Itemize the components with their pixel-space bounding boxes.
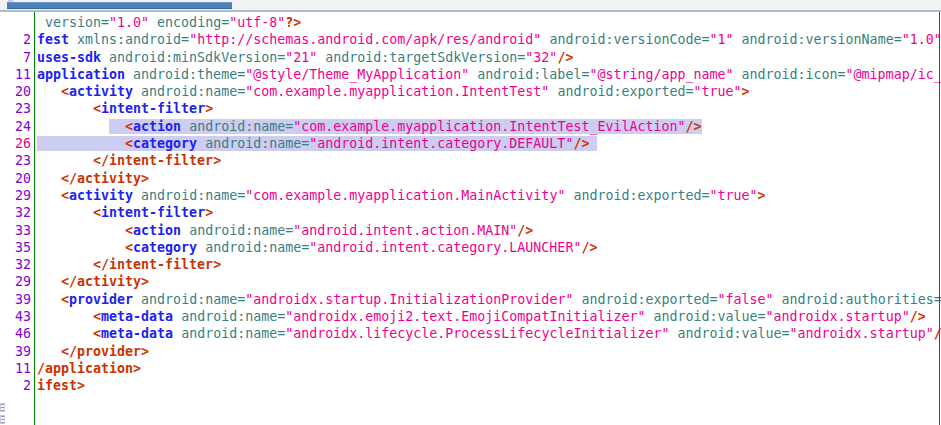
code-token-t: xmlns:android= [69,32,189,47]
splitter-grip-bottom[interactable] [0,415,5,424]
code-line[interactable]: 39 </provider> [0,343,941,360]
code-line[interactable]: 33 <action android:name="android.intent.… [0,222,941,239]
code-line-text[interactable]: </activity> [34,170,941,187]
code-line-text[interactable]: <category android:name="android.intent.c… [34,135,941,152]
line-number[interactable]: 39 [0,291,34,308]
code-line[interactable]: 26 <category android:name="android.inten… [0,135,941,152]
code-token-sp [37,309,93,324]
line-number[interactable]: 24 [0,118,34,135]
splitter-grip-top[interactable] [0,403,5,412]
code-line-text[interactable]: ifest> [34,377,941,394]
code-line[interactable]: 23 </intent-filter> [0,152,941,169]
code-line[interactable]: 23 <intent-filter> [0,100,941,117]
code-token-end: /application> [37,361,141,376]
code-line[interactable]: 24 <action android:name="com.example.mya… [0,118,941,135]
line-number[interactable]: 29 [0,273,34,290]
code-line-text[interactable]: <activity android:name="com.example.myap… [34,83,941,100]
code-line[interactable]: 2fest xmlns:android="http://schemas.andr… [0,31,941,48]
code-line[interactable]: 29 </activity> [0,273,941,290]
code-line[interactable]: 2ifest> [0,377,941,394]
code-line[interactable]: 32 </intent-filter> [0,256,941,273]
line-number[interactable]: 11 [0,360,34,377]
code-token-sp [37,326,93,341]
line-number[interactable]: 46 [0,325,34,342]
code-token-p: /> [557,50,573,65]
code-line-text[interactable]: </activity> [34,273,941,290]
code-token-tag: category [133,136,197,151]
code-line-text[interactable]: fest xmlns:android="http://schemas.andro… [34,31,941,48]
code-token-v: "utf-8" [229,15,285,30]
code-line-text[interactable]: <meta-data android:name="androidx.lifecy… [34,325,941,342]
line-number[interactable]: 35 [0,239,34,256]
line-number[interactable]: 11 [0,66,34,83]
code-token-t: android:versionCode= [541,32,709,47]
right-margin-guide [939,12,940,425]
code-line-text[interactable]: version="1.0" encoding="utf-8"?> [34,14,941,31]
code-line[interactable]: version="1.0" encoding="utf-8"?> [0,14,941,31]
code-token-t: encoding= [149,15,229,30]
line-number[interactable]: 43 [0,308,34,325]
line-number[interactable]: 26 [0,135,34,152]
code-line-text[interactable]: <action android:name="android.intent.act… [34,222,941,239]
code-token-t: android:exported= [573,292,717,307]
line-number[interactable]: 29 [0,187,34,204]
line-number[interactable]: 32 [0,256,34,273]
line-number[interactable]: 32 [0,204,34,221]
code-token-t: android:name= [173,326,285,341]
code-token-end: </activity> [61,274,149,289]
code-line-text[interactable]: </intent-filter> [34,152,941,169]
code-token-t: android:name= [181,223,293,238]
code-line[interactable]: 7uses-sdk android:minSdkVersion="21" and… [0,49,941,66]
code-token-t: android:theme= [125,67,245,82]
code-token-tag: uses-sdk [37,50,101,65]
line-number[interactable]: 39 [0,343,34,360]
code-line-text[interactable]: </intent-filter> [34,256,941,273]
code-token-t: version= [37,15,109,30]
code-line-text[interactable]: <intent-filter> [34,204,941,221]
line-number[interactable]: 20 [0,170,34,187]
code-line-text[interactable]: application android:theme="@style/Theme_… [34,66,941,83]
line-number[interactable]: 7 [0,49,34,66]
code-line[interactable]: 39 <provider android:name="androidx.star… [0,291,941,308]
code-line[interactable]: 35 <category android:name="android.inten… [0,239,941,256]
code-token-tag: meta-data [101,309,173,324]
line-number[interactable]: 20 [0,83,34,100]
line-number[interactable]: 23 [0,100,34,117]
horizontal-scrollbar-thumb[interactable] [7,2,232,9]
line-number[interactable]: 23 [0,152,34,169]
line-number[interactable]: 2 [0,377,34,394]
line-number[interactable]: 2 [0,31,34,48]
code-token-t: android:value= [669,326,789,341]
gutter-separator-line [34,12,35,425]
code-token-p: < [125,240,133,255]
code-token-t: android:name= [133,84,245,99]
code-token-tag: meta-data [101,326,173,341]
code-line[interactable]: 46 <meta-data android:name="androidx.lif… [0,325,941,342]
code-token-t: android:name= [181,119,293,134]
code-token-t: android:authorities= [774,292,941,307]
code-line[interactable]: 43 <meta-data android:name="androidx.emo… [0,308,941,325]
code-area[interactable]: version="1.0" encoding="utf-8"?>2fest xm… [0,12,941,425]
code-line-text[interactable]: uses-sdk android:minSdkVersion="21" andr… [34,49,941,66]
code-line-text[interactable]: <category android:name="android.intent.c… [34,239,941,256]
line-number[interactable]: 33 [0,222,34,239]
code-line-text[interactable]: <provider android:name="androidx.startup… [34,291,941,308]
code-line-text[interactable]: <meta-data android:name="androidx.emoji2… [34,308,941,325]
code-token-v: "21" [285,50,317,65]
code-line-text[interactable]: <intent-filter> [34,100,941,117]
code-line[interactable]: 11/application> [0,360,941,377]
line-number[interactable] [0,14,34,31]
code-line-text[interactable]: </provider> [34,343,941,360]
code-token-t: android:exported= [549,84,693,99]
code-line[interactable]: 11application android:theme="@style/Them… [0,66,941,83]
code-line[interactable]: 29 <activity android:name="com.example.m… [0,187,941,204]
code-token-p: > [758,188,766,203]
code-line[interactable]: 20 </activity> [0,170,941,187]
code-line-text[interactable]: <activity android:name="com.example.myap… [34,187,941,204]
code-line-text[interactable]: <action android:name="com.example.myappl… [34,118,941,135]
code-line[interactable]: 20 <activity android:name="com.example.m… [0,83,941,100]
code-token-p: < [61,84,69,99]
code-token-sp [37,153,93,168]
code-line-text[interactable]: /application> [34,360,941,377]
code-line[interactable]: 32 <intent-filter> [0,204,941,221]
